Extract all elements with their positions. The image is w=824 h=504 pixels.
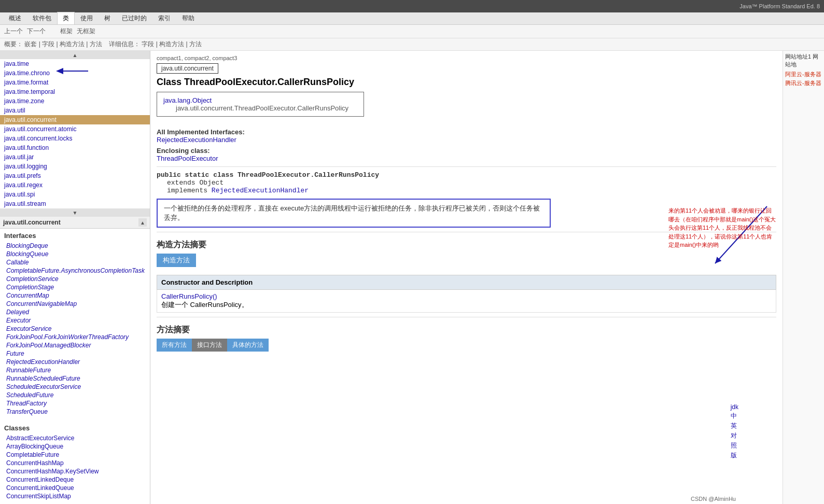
sidebar-interface-link[interactable]: ThreadFactory [6, 400, 47, 407]
sidebar-interface-link[interactable]: Delayed [6, 309, 29, 316]
pkg-item[interactable]: java.time.chrono [0, 68, 150, 78]
sidebar-interface-link[interactable]: ConcurrentMap [6, 292, 49, 299]
sidebar-interface-link[interactable]: CompletionStage [6, 284, 54, 291]
pkg-item[interactable]: java.util.jar [0, 152, 150, 162]
jdk-link[interactable]: 英 [731, 422, 738, 430]
sidebar-scroll-down[interactable]: ▼ [0, 208, 150, 217]
nav-tab-类[interactable]: 类 [57, 12, 75, 24]
pkg-item[interactable]: java.util.concurrent.locks [0, 134, 150, 143]
nav-tab-索引[interactable]: 索引 [152, 12, 176, 24]
nav-tab-软件包[interactable]: 软件包 [27, 12, 57, 24]
nested-link[interactable]: 嵌套 [24, 40, 37, 48]
constructor-col-header: Constructor and Description [157, 275, 776, 290]
pkg-item[interactable]: java.time [0, 59, 150, 68]
method-filter-btn[interactable]: 接口方法 [192, 339, 227, 352]
sidebar-interface-link[interactable]: RunnableFuture [6, 367, 51, 374]
detail-field-link[interactable]: 字段 [142, 40, 154, 48]
sidebar-interface-link[interactable]: BlockingDeque [6, 242, 48, 249]
classes-list: AbstractExecutorServiceArrayBlockingQueu… [0, 433, 150, 501]
pkg-item[interactable]: java.util.concurrent.atomic [0, 124, 150, 134]
sidebar-scroll-up[interactable]: ▲ [0, 51, 150, 59]
constructor-link[interactable]: 构造方法 [60, 40, 85, 48]
sidebar-interface-link[interactable]: Executor [6, 317, 31, 324]
method-filter-btn[interactable]: 所有方法 [157, 339, 192, 352]
sidebar-class-link[interactable]: AbstractExecutorService [6, 435, 74, 442]
pkg-item[interactable]: java.time.zone [0, 96, 150, 106]
ad-link[interactable]: 阿里云-服务器 [785, 71, 822, 78]
ad-link[interactable]: 腾讯云-服务器 [785, 79, 822, 87]
pkg-item[interactable]: java.util [0, 106, 150, 115]
constructor-name-link[interactable]: CallerRunsPolicy() [161, 292, 217, 300]
nav-tab-树[interactable]: 树 [99, 12, 116, 24]
sidebar-interface-link[interactable]: Callable [6, 259, 29, 266]
sidebar-interface-link[interactable]: ExecutorService [6, 325, 51, 332]
method-link[interactable]: 方法 [90, 40, 102, 48]
sidebar-interface-item: Callable [0, 258, 150, 267]
pkg-item[interactable]: java.util.concurrent [0, 115, 150, 124]
pkg-item[interactable]: java.util.regex [0, 180, 150, 190]
sidebar-class-item: AbstractExecutorService [0, 434, 150, 442]
prev-link[interactable]: 上一个 [4, 27, 23, 36]
sidebar-interface-link[interactable]: CompletionService [6, 275, 59, 283]
field-link[interactable]: 字段 [42, 40, 54, 48]
threadpool-link[interactable]: ThreadPoolExecutor [157, 155, 218, 162]
sidebar-interface-link[interactable]: Future [6, 350, 24, 357]
nav-tab-使用[interactable]: 使用 [75, 12, 99, 24]
sidebar-interface-link[interactable]: TransferQueue [6, 408, 48, 415]
sidebar-class-link[interactable]: ConcurrentLinkedDeque [6, 476, 74, 483]
sidebar-interface-link[interactable]: ForkJoinPool.ManagedBlocker [6, 342, 91, 349]
sidebar-class-link[interactable]: ConcurrentHashMap [6, 459, 64, 467]
nav-tab-帮助[interactable]: 帮助 [176, 12, 200, 24]
nav-tab-概述[interactable]: 概述 [3, 12, 27, 24]
detail-constructor-link[interactable]: 构造方法 [159, 40, 184, 48]
sidebar-interface-link[interactable]: ScheduledExecutorService [6, 383, 81, 390]
pkg-item[interactable]: java.util.function [0, 143, 150, 152]
pkg-item[interactable]: java.time.format [0, 78, 150, 87]
pkg-item[interactable]: java.util.spi [0, 190, 150, 199]
sidebar-interface-link[interactable]: CompletableFuture.AsynchronousCompletion… [6, 267, 145, 274]
implements-link[interactable]: RejectedExecutionHandler [212, 187, 309, 194]
jdk-link[interactable]: 中 [731, 412, 738, 421]
sidebar-class-item: ConcurrentLinkedQueue [0, 484, 150, 492]
sidebar-class-link[interactable]: ConcurrentHashMap.KeySetView [6, 468, 99, 475]
sidebar-interface-item: Executor [0, 316, 150, 325]
sidebar-interface-link[interactable]: RejectedExecutionHandler [6, 358, 80, 366]
pkg-scroll-btn[interactable]: ▲ [138, 218, 147, 227]
sidebar-interface-link[interactable]: BlockingQueue [6, 250, 48, 258]
detail-method-link[interactable]: 方法 [189, 40, 202, 48]
pkg-item[interactable]: java.util.prefs [0, 171, 150, 180]
right-sidebar: 网站地址1 网站地 阿里云-服务器腾讯云-服务器 [783, 51, 824, 504]
jdk-link[interactable]: 版 [731, 451, 738, 460]
sidebar-interface-item: CompletableFuture.AsynchronousCompletion… [0, 267, 150, 275]
sidebar-class-link[interactable]: CompletableFuture [6, 451, 59, 458]
sidebar-class-link[interactable]: ArrayBlockingQueue [6, 443, 63, 450]
frames-link[interactable]: 框架 [60, 27, 73, 36]
sidebar-interface-item: ThreadFactory [0, 399, 150, 408]
sidebar-interface-link[interactable]: ScheduledFuture [6, 391, 53, 399]
no-frames-link[interactable]: 无框架 [77, 27, 95, 36]
pkg-box: java.util.concurrent [157, 63, 218, 74]
sidebar-class-link[interactable]: ConcurrentSkipListMap [6, 493, 71, 500]
nav-tab-已过时的[interactable]: 已过时的 [116, 12, 152, 24]
method-filter-btn[interactable]: 具体的方法 [227, 339, 269, 352]
constructor-btn[interactable]: 构造方法 [157, 254, 196, 267]
pkg-item[interactable]: java.time.temporal [0, 87, 150, 96]
jdk-link[interactable]: jdk [731, 403, 738, 411]
classes-section-label: Classes [0, 421, 150, 433]
sidebar-interface-item: RejectedExecutionHandler [0, 358, 150, 366]
jdk-link[interactable]: 对 [731, 431, 738, 440]
rejected-handler-link[interactable]: RejectedExecutionHandler [157, 136, 236, 144]
sidebar-class-link[interactable]: ConcurrentLinkedQueue [6, 484, 74, 492]
method-heading: 方法摘要 [157, 325, 776, 335]
sidebar-interface-link[interactable]: ConcurrentNavigableMap [6, 300, 77, 307]
jdk-link[interactable]: 照 [731, 441, 738, 450]
next-link[interactable]: 下一个 [27, 27, 46, 36]
pkg-item[interactable]: java.util.logging [0, 162, 150, 171]
sidebar-interface-item: ConcurrentMap [0, 291, 150, 300]
sidebar-class-item: ConcurrentSkipListMap [0, 492, 150, 500]
sidebar-interface-item: ScheduledFuture [0, 391, 150, 399]
sidebar-class-item: ConcurrentHashMap.KeySetView [0, 467, 150, 475]
sidebar-interface-link[interactable]: ForkJoinPool.ForkJoinWorkerThreadFactory [6, 333, 129, 341]
pkg-item[interactable]: java.util.stream [0, 199, 150, 208]
sidebar-interface-link[interactable]: RunnableScheduledFuture [6, 375, 80, 382]
